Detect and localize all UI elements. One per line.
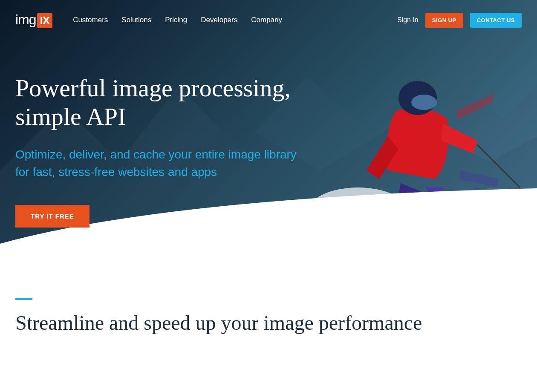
- nav-pricing[interactable]: Pricing: [165, 16, 187, 24]
- section2-title: Streamline and speed up your image perfo…: [15, 310, 522, 336]
- logo[interactable]: imgIX: [15, 12, 52, 28]
- hero-subtitle: Optimize, deliver, and cache your entire…: [15, 146, 304, 181]
- nav-developers[interactable]: Developers: [201, 16, 237, 24]
- try-free-button[interactable]: TRY IT FREE: [15, 205, 90, 228]
- signin-link[interactable]: Sign In: [397, 16, 419, 24]
- header: imgIX Customers Solutions Pricing Develo…: [0, 0, 537, 40]
- hero-section: imgIX Customers Solutions Pricing Develo…: [0, 0, 537, 264]
- hero-title: Powerful image processing, simple API: [15, 74, 304, 131]
- nav-customers[interactable]: Customers: [73, 16, 108, 24]
- hero-content: Powerful image processing, simple API Op…: [0, 40, 320, 228]
- logo-box: IX: [37, 13, 53, 28]
- logo-text: img: [15, 12, 36, 28]
- svg-point-7: [411, 95, 437, 110]
- header-actions: Sign In SIGN UP CONTACT US: [397, 13, 522, 28]
- signup-button[interactable]: SIGN UP: [425, 13, 463, 28]
- nav-company[interactable]: Company: [251, 16, 282, 24]
- main-nav: Customers Solutions Pricing Developers C…: [73, 16, 282, 24]
- nav-solutions[interactable]: Solutions: [121, 16, 151, 24]
- accent-bar: [15, 298, 32, 300]
- performance-section: Streamline and speed up your image perfo…: [0, 264, 537, 336]
- contact-button[interactable]: CONTACT US: [470, 13, 522, 28]
